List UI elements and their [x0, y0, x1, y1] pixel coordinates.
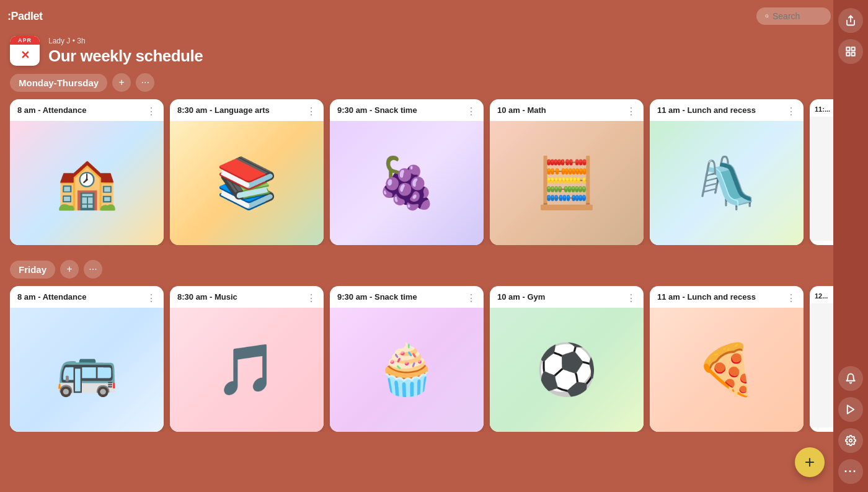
- card-menu-card-1[interactable]: ⋮: [145, 105, 157, 117]
- card-image-card-3: 🍇: [330, 121, 484, 245]
- section-more-button-monday-thursday[interactable]: ···: [136, 73, 154, 92]
- section-friday: Friday+···8 am - Attendance⋮🚌8:30 am - M…: [10, 260, 858, 432]
- header-text: Lady J • 3h Our weekly schedule: [48, 37, 203, 66]
- section-more-button-friday[interactable]: ···: [84, 260, 102, 279]
- card-card-f4[interactable]: 10 am - Gym⋮⚽: [490, 286, 644, 432]
- svg-rect-2: [852, 47, 855, 50]
- card-menu-card-5[interactable]: ⋮: [785, 105, 797, 117]
- card-menu-card-f3[interactable]: ⋮: [465, 292, 477, 304]
- card-card-1[interactable]: 8 am - Attendance⋮🏫: [10, 99, 164, 245]
- card-title-card-4: 10 am - Math: [497, 105, 625, 115]
- card-card-f2[interactable]: 8:30 am - Music⋮🎵: [170, 286, 324, 432]
- card-title-card-f3: 9:30 am - Snack time: [337, 292, 465, 302]
- add-fab-button[interactable]: +: [795, 447, 825, 477]
- card-title-card-f1: 8 am - Attendance: [17, 292, 145, 302]
- search-icon: [765, 12, 769, 20]
- main-content: Monday-Thursday+···8 am - Attendance⋮🏫8:…: [0, 73, 868, 485]
- page-title: Our weekly schedule: [48, 47, 203, 66]
- card-menu-card-f2[interactable]: ⋮: [305, 292, 317, 304]
- card-menu-card-f4[interactable]: ⋮: [625, 292, 637, 304]
- section-title-monday-thursday: Monday-Thursday: [10, 74, 107, 92]
- card-card-f3[interactable]: 9:30 am - Snack time⋮🧁: [330, 286, 484, 432]
- card-title-card-f4: 10 am - Gym: [497, 292, 625, 302]
- svg-marker-5: [848, 405, 854, 414]
- card-image-card-f5: 🍕: [650, 308, 804, 432]
- svg-point-7: [766, 15, 768, 17]
- card-card-f5[interactable]: 11 am - Lunch and recess⋮🍕: [650, 286, 804, 432]
- card-card-4[interactable]: 10 am - Math⋮🧮: [490, 99, 644, 245]
- card-image-card-f2: 🎵: [170, 308, 324, 432]
- right-sidebar: ···: [833, 0, 868, 492]
- card-card-f1[interactable]: 8 am - Attendance⋮🚌: [10, 286, 164, 432]
- share-icon[interactable]: [838, 8, 863, 33]
- page-header: APR ✕ Lady J • 3h Our weekly schedule: [0, 32, 868, 73]
- card-menu-card-3[interactable]: ⋮: [465, 105, 477, 117]
- cards-row-monday-thursday: 8 am - Attendance⋮🏫8:30 am - Language ar…: [10, 99, 858, 245]
- section-monday-thursday: Monday-Thursday+···8 am - Attendance⋮🏫8:…: [10, 73, 858, 245]
- cards-row-friday: 8 am - Attendance⋮🚌8:30 am - Music⋮🎵9:30…: [10, 286, 858, 432]
- padlet-logo: :Padlet: [7, 10, 43, 23]
- topbar: :Padlet: [0, 0, 868, 32]
- card-image-card-5: 🛝: [650, 121, 804, 245]
- svg-line-8: [768, 17, 768, 17]
- layout-icon[interactable]: [838, 39, 863, 64]
- card-image-card-4: 🧮: [490, 121, 644, 245]
- card-menu-card-4[interactable]: ⋮: [625, 105, 637, 117]
- svg-rect-4: [846, 53, 849, 56]
- card-menu-card-2[interactable]: ⋮: [305, 105, 317, 117]
- card-image-card-f3: 🧁: [330, 308, 484, 432]
- svg-rect-3: [852, 53, 855, 56]
- section-add-button-monday-thursday[interactable]: +: [112, 73, 131, 92]
- card-title-card-5: 11 am - Lunch and recess: [657, 105, 785, 115]
- section-add-button-friday[interactable]: +: [60, 260, 79, 279]
- card-image-card-2: 📚: [170, 121, 324, 245]
- card-title-card-3: 9:30 am - Snack time: [337, 105, 465, 115]
- card-card-2[interactable]: 8:30 am - Language arts⋮📚: [170, 99, 324, 245]
- header-meta: Lady J • 3h: [48, 37, 203, 45]
- section-header-monday-thursday: Monday-Thursday+···: [10, 73, 858, 92]
- svg-point-6: [849, 439, 852, 442]
- card-title-card-f2: 8:30 am - Music: [177, 292, 305, 302]
- card-title-card-1: 8 am - Attendance: [17, 105, 145, 115]
- card-title-card-2: 8:30 am - Language arts: [177, 105, 305, 115]
- more-options-icon[interactable]: ···: [838, 459, 863, 484]
- svg-rect-1: [846, 47, 849, 50]
- search-bar[interactable]: [756, 7, 831, 25]
- card-title-card-f5: 11 am - Lunch and recess: [657, 292, 785, 302]
- settings-icon[interactable]: [838, 428, 863, 453]
- search-input[interactable]: [773, 11, 822, 21]
- card-image-card-f1: 🚌: [10, 308, 164, 432]
- notification-icon[interactable]: [838, 366, 863, 391]
- card-image-card-f4: ⚽: [490, 308, 644, 432]
- section-title-friday: Friday: [10, 261, 55, 279]
- card-menu-card-f1[interactable]: ⋮: [145, 292, 157, 304]
- section-header-friday: Friday+···: [10, 260, 858, 279]
- card-card-3[interactable]: 9:30 am - Snack time⋮🍇: [330, 99, 484, 245]
- card-menu-card-f5[interactable]: ⋮: [785, 292, 797, 304]
- calendar-icon: APR ✕: [10, 36, 40, 66]
- card-image-card-1: 🏫: [10, 121, 164, 245]
- calendar-month: APR: [10, 36, 40, 45]
- calendar-x: ✕: [20, 48, 30, 62]
- card-card-5[interactable]: 11 am - Lunch and recess⋮🛝: [650, 99, 804, 245]
- play-icon[interactable]: [838, 397, 863, 422]
